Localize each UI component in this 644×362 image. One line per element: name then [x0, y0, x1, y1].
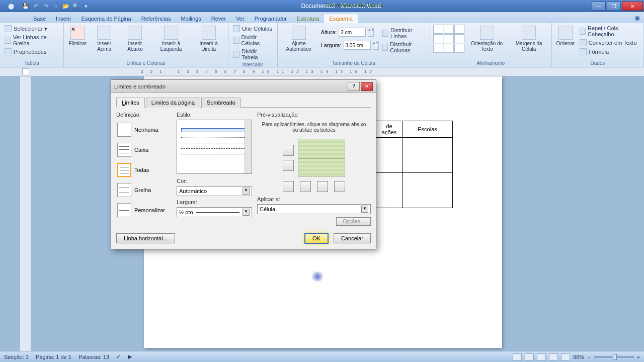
opt-caixa[interactable]: Caixa: [116, 140, 172, 160]
style-dash-dot[interactable]: [181, 154, 248, 154]
border-top-button[interactable]: [283, 145, 294, 156]
inserir-acima-button[interactable]: Inserir Acima: [90, 25, 118, 53]
qat-customize-icon[interactable]: ▾: [82, 2, 91, 11]
minimize-button[interactable]: —: [592, 2, 606, 11]
dialog-close-button[interactable]: ✕: [361, 82, 373, 91]
horizontal-ruler[interactable]: 3 2 1 1 2 3 4 5 6 7 8 9 10 11 12 13 14 1…: [0, 67, 644, 76]
style-dotted[interactable]: [181, 137, 248, 138]
dividir-tabela-button[interactable]: Dividir Tabela: [231, 48, 274, 61]
table-cell[interactable]: [376, 138, 403, 173]
largura-input[interactable]: [344, 41, 371, 50]
altura-spinner[interactable]: ▲▼: [368, 28, 374, 37]
largura-spinner[interactable]: ▲▼: [373, 41, 379, 50]
view-outline[interactable]: [549, 353, 558, 360]
dialog-titlebar[interactable]: Limites e sombreado ? ✕: [111, 80, 376, 93]
opt-todas[interactable]: Todas: [116, 160, 172, 180]
view-print-layout[interactable]: [513, 353, 522, 360]
zoom-out-icon[interactable]: −: [587, 354, 590, 360]
margens-celula-button[interactable]: Margens da Célula: [510, 25, 548, 53]
opcoes-button[interactable]: Opções...: [336, 217, 371, 226]
converter-texto-button[interactable]: Converter em Texto: [578, 39, 640, 47]
macro-icon[interactable]: ▶: [128, 353, 132, 360]
redo-icon[interactable]: ↷: [41, 2, 50, 11]
eliminar-button[interactable]: ✕Eliminar: [67, 25, 88, 47]
altura-input[interactable]: [339, 28, 366, 37]
tab-esquema-pagina[interactable]: Esquema de Página: [76, 14, 136, 23]
style-listbox[interactable]: [177, 120, 252, 174]
opt-personalizar[interactable]: Personalizar: [116, 200, 172, 220]
view-full-screen[interactable]: [525, 353, 534, 360]
ajuste-auto-button[interactable]: Ajuste Automático: [281, 25, 317, 53]
opt-grelha[interactable]: Grelha: [116, 180, 172, 200]
align-tc[interactable]: [444, 25, 454, 34]
tab-estrutura[interactable]: Estrutura: [292, 14, 325, 23]
table-cell[interactable]: [403, 138, 453, 173]
table-cell[interactable]: deações: [376, 121, 403, 138]
spelling-icon[interactable]: ✓: [116, 353, 121, 360]
cancelar-button[interactable]: Cancelar: [334, 233, 371, 243]
border-diag-down-button[interactable]: [283, 181, 294, 192]
cor-combo[interactable]: Automático▼: [177, 186, 252, 196]
opt-nenhuma[interactable]: Nenhuma: [116, 120, 172, 140]
style-solid[interactable]: [181, 128, 248, 132]
repetir-cols-button[interactable]: Repetir Cols. Cabeçalho: [578, 25, 640, 38]
print-preview-icon[interactable]: 🔍: [71, 2, 80, 11]
align-mc[interactable]: [444, 34, 454, 43]
office-button-icon[interactable]: ⬤: [2, 2, 20, 11]
zoom-value[interactable]: 96%: [573, 354, 584, 360]
formula-button[interactable]: Fórmula: [578, 48, 640, 56]
tab-limites[interactable]: LLimitesimites: [116, 98, 145, 108]
new-icon[interactable]: ▫: [51, 2, 60, 11]
style-dashed-fine[interactable]: [181, 143, 248, 143]
propriedades-button[interactable]: Propriedades: [3, 48, 60, 56]
ver-linhas-button[interactable]: Ver Linhas de Grelha: [3, 34, 60, 47]
align-mr[interactable]: [454, 34, 464, 43]
ruler-corner-icon[interactable]: [22, 68, 29, 75]
seleccionar-button[interactable]: Seleccionar ▾: [3, 25, 60, 33]
table-cell[interactable]: [376, 173, 403, 208]
distribuir-colunas-button[interactable]: Distribuir Colunas: [381, 41, 427, 54]
zoom-in-icon[interactable]: +: [637, 354, 640, 360]
ok-button[interactable]: OK: [304, 233, 329, 244]
align-tr[interactable]: [454, 25, 464, 34]
ordenar-button[interactable]: Ordenar: [555, 25, 576, 47]
status-pagina[interactable]: Página: 1 de 1: [36, 354, 71, 360]
page-table[interactable]: deaçõesEscolas: [376, 121, 453, 208]
tab-ver[interactable]: Ver: [231, 14, 250, 23]
table-cell[interactable]: Escolas: [403, 121, 453, 138]
undo-icon[interactable]: ↶: [31, 2, 40, 11]
distribuir-linhas-button[interactable]: Distribuir Linhas: [381, 27, 427, 40]
align-br[interactable]: [454, 44, 464, 53]
tab-mailings[interactable]: Mailings: [176, 14, 206, 23]
inserir-esquerda-button[interactable]: Inserir à Esquerda: [152, 25, 191, 53]
dividir-celulas-button[interactable]: Dividir Células: [231, 34, 274, 47]
tab-rever[interactable]: Rever: [206, 14, 231, 23]
inserir-abaixo-button[interactable]: Inserir Abaixo: [120, 25, 149, 53]
align-bl[interactable]: [433, 44, 443, 53]
align-ml[interactable]: [433, 34, 443, 43]
view-web[interactable]: [537, 353, 546, 360]
table-cell[interactable]: [403, 173, 453, 208]
orientacao-button[interactable]: Orientação do Texto: [466, 25, 508, 53]
align-tl[interactable]: [433, 25, 443, 34]
tab-programador[interactable]: Programador: [250, 14, 292, 23]
vertical-ruler[interactable]: [20, 76, 31, 351]
style-scrollbar[interactable]: [245, 120, 252, 173]
dialog-help-button[interactable]: ?: [348, 82, 360, 91]
tab-referencias[interactable]: Referências: [136, 14, 176, 23]
status-seccao[interactable]: Secção: 1: [4, 354, 29, 360]
save-icon[interactable]: 💾: [21, 2, 30, 11]
tab-inserir[interactable]: Inserir: [51, 14, 76, 23]
largura-combo[interactable]: ½ pto▼: [177, 207, 252, 217]
unir-celulas-button[interactable]: Unir Células: [231, 25, 274, 33]
border-center-button[interactable]: [317, 181, 328, 192]
inserir-direita-button[interactable]: Inserir à Direita: [192, 25, 225, 53]
maximize-button[interactable]: ❐: [607, 2, 621, 11]
close-button[interactable]: ✕: [622, 2, 643, 11]
open-icon[interactable]: 📂: [61, 2, 70, 11]
tab-base[interactable]: Base: [28, 14, 51, 23]
linha-horizontal-button[interactable]: Linha horizontal...: [116, 233, 175, 243]
status-palavras[interactable]: Palavras: 13: [78, 354, 109, 360]
style-dashed[interactable]: [181, 148, 248, 149]
aplicar-combo[interactable]: Célula▼: [257, 204, 371, 214]
